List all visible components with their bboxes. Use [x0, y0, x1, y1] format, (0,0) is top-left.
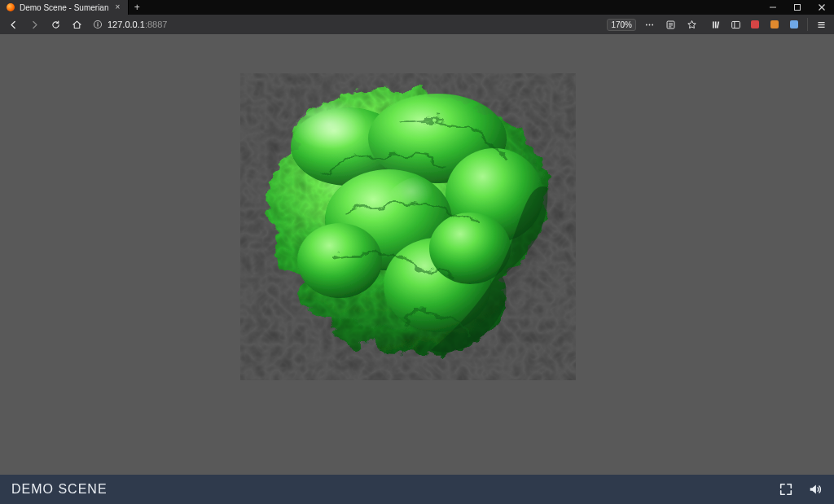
svg-rect-14 [713, 21, 714, 28]
forward-icon [29, 20, 40, 30]
bookmark-button[interactable] [683, 16, 700, 33]
window-close-button[interactable] [810, 0, 834, 15]
page-actions-icon [644, 20, 655, 30]
tab-strip: Demo Scene - Sumerian × + [0, 0, 145, 15]
nav-home-button[interactable] [68, 16, 85, 33]
window-minimize-icon [769, 3, 777, 11]
window-titlebar: Demo Scene - Sumerian × + [0, 0, 834, 15]
hamburger-menu-icon [816, 20, 827, 30]
window-maximize-button[interactable] [785, 0, 810, 15]
bottombar-controls [779, 482, 823, 497]
url-host: 127.0.0.1 [108, 20, 145, 29]
scene-bottombar: DEMO SCENE [0, 475, 834, 504]
fullscreen-icon [779, 482, 793, 497]
back-icon [8, 20, 19, 30]
site-info-icon [93, 20, 103, 29]
svg-point-26 [297, 223, 382, 298]
url-rest: :8887 [145, 20, 168, 29]
extension-blue-button[interactable] [786, 16, 802, 33]
page-actions-button[interactable] [641, 16, 657, 33]
titlebar-drag-area[interactable] [145, 0, 761, 15]
bookmark-star-icon [687, 20, 697, 30]
tab-title: Demo Scene - Sumerian [20, 3, 109, 12]
window-close-icon [818, 3, 826, 11]
app-menu-button[interactable] [813, 16, 829, 33]
svg-point-7 [645, 24, 647, 25]
window-minimize-button[interactable] [761, 0, 785, 15]
extension-blue-icon [790, 20, 798, 28]
extension-orange-icon [770, 20, 779, 28]
demo-brain-mesh [226, 73, 576, 383]
window-maximize-icon [793, 3, 801, 11]
site-info-button[interactable] [93, 20, 103, 29]
library-icon [711, 20, 722, 30]
url-bar[interactable]: 127.0.0.1:8887 170% [90, 16, 703, 33]
extension-red-icon [751, 20, 759, 28]
browser-tab[interactable]: Demo Scene - Sumerian × [0, 0, 129, 15]
viewport-3d[interactable] [0, 34, 834, 475]
new-tab-icon: + [134, 2, 140, 13]
volume-icon [808, 482, 823, 497]
scene-title: DEMO SCENE [11, 482, 108, 497]
reader-view-icon [665, 20, 676, 30]
reload-icon [50, 20, 61, 30]
sidebar-icon [731, 20, 741, 30]
home-icon [72, 20, 82, 30]
browser-toolbar: 127.0.0.1:8887 170% [0, 15, 834, 34]
svg-rect-16 [716, 21, 718, 28]
zoom-indicator[interactable]: 170% [607, 19, 636, 31]
reader-view-button[interactable] [662, 16, 678, 33]
toolbar-right [708, 16, 829, 33]
volume-button[interactable] [808, 482, 823, 497]
svg-rect-1 [795, 5, 801, 11]
svg-point-5 [97, 22, 99, 24]
svg-rect-6 [97, 24, 98, 26]
sidebar-button[interactable] [727, 16, 744, 33]
nav-forward-button[interactable] [26, 16, 42, 33]
extension-red-button[interactable] [747, 16, 763, 33]
svg-rect-17 [731, 21, 740, 28]
svg-point-9 [652, 24, 653, 25]
library-button[interactable] [708, 16, 724, 33]
toolbar-divider [807, 18, 808, 31]
tab-close-icon[interactable]: × [114, 3, 122, 11]
brain-mesh-svg [226, 73, 576, 383]
fullscreen-button[interactable] [779, 482, 793, 497]
nav-back-button[interactable] [5, 16, 21, 33]
svg-point-8 [648, 24, 650, 25]
nav-reload-button[interactable] [47, 16, 64, 33]
sumerian-favicon [7, 3, 15, 11]
extension-orange-button[interactable] [766, 16, 783, 33]
window-controls [761, 0, 834, 15]
url-text: 127.0.0.1:8887 [108, 20, 602, 29]
svg-rect-15 [714, 21, 716, 28]
new-tab-button[interactable]: + [129, 0, 145, 15]
